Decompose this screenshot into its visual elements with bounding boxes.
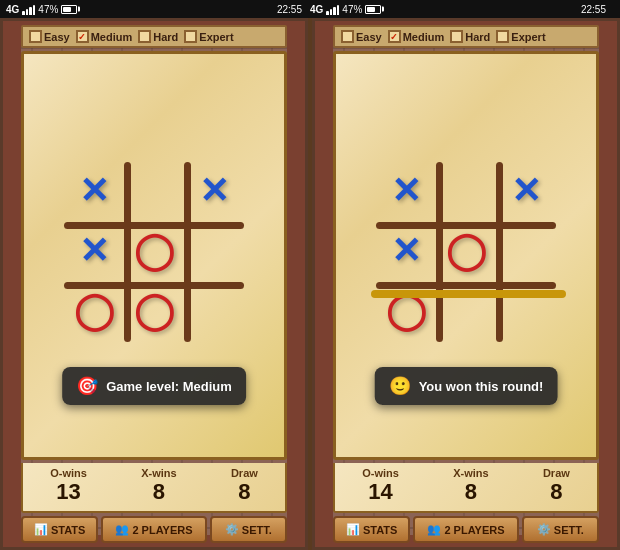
score-o-left: O-wins 13	[50, 467, 87, 505]
settings-button-left[interactable]: ⚙️ SETT.	[210, 516, 287, 543]
right-screen: Easy ✓ Medium Hard Expert	[312, 18, 620, 550]
players-icon-left: 👥	[115, 523, 129, 536]
battery-pct-right: 47%	[342, 4, 362, 15]
diff-medium-right[interactable]: ✓ Medium	[388, 30, 445, 43]
game-popup-left: 🎯 Game level: Medium	[62, 367, 246, 405]
score-o-label-right: O-wins	[362, 467, 399, 479]
cell-2-0-left[interactable]: ◯	[66, 284, 121, 339]
stats-icon-left: 📊	[34, 523, 48, 536]
popup-icon-left: 🎯	[76, 375, 98, 397]
score-draw-right: Draw 8	[543, 467, 570, 505]
diff-easy-left[interactable]: Easy	[29, 30, 70, 43]
stats-icon-right: 📊	[346, 523, 360, 536]
grid-left[interactable]: ✕ ✕ ✕ ◯ ◯ ◯	[64, 162, 244, 342]
cell-0-0-right[interactable]: ✕	[378, 164, 433, 219]
battery-pct-left: 47%	[38, 4, 58, 15]
network-left: 4G	[6, 4, 19, 15]
checkbox-easy-left[interactable]	[29, 30, 42, 43]
players-button-right[interactable]: 👥 2 Players	[413, 516, 518, 543]
score-o-label-left: O-wins	[50, 467, 87, 479]
diff-easy-right[interactable]: Easy	[341, 30, 382, 43]
players-icon-right: 👥	[427, 523, 441, 536]
bottom-buttons-left: 📊 STATS 👥 2 Players ⚙️ SETT.	[21, 516, 287, 543]
score-x-value-right: 8	[465, 479, 477, 505]
battery-left	[61, 5, 77, 14]
diff-hard-right[interactable]: Hard	[450, 30, 490, 43]
checkbox-easy-right[interactable]	[341, 30, 354, 43]
cell-0-2-right[interactable]: ✕	[498, 164, 553, 219]
bottom-buttons-right: 📊 STATS 👥 2 Players ⚙️ SETT.	[333, 516, 599, 543]
game-popup-right: 🙂 You won this round!	[375, 367, 558, 405]
settings-icon-left: ⚙️	[225, 523, 239, 536]
checkbox-expert-left[interactable]	[184, 30, 197, 43]
cell-1-0-left[interactable]: ✕	[66, 224, 121, 279]
score-o-right: O-wins 14	[362, 467, 399, 505]
board-right[interactable]: ✕ ✕ ✕ ◯ ◯ 🙂 You won this round!	[333, 51, 599, 460]
checkbox-expert-right[interactable]	[496, 30, 509, 43]
score-area-left: O-wins 13 X-wins 8 Draw 8	[21, 463, 287, 513]
checkbox-hard-left[interactable]	[138, 30, 151, 43]
signal-right	[326, 3, 339, 15]
win-line-right	[371, 290, 566, 298]
score-x-right: X-wins 8	[453, 467, 488, 505]
popup-text-right: You won this round!	[419, 379, 544, 394]
checkbox-medium-left[interactable]: ✓	[76, 30, 89, 43]
board-left[interactable]: ✕ ✕ ✕ ◯ ◯ ◯ 🎯 Game level: Medium	[21, 51, 287, 460]
difficulty-bar-right: Easy ✓ Medium Hard Expert	[333, 25, 599, 48]
cell-1-0-right[interactable]: ✕	[378, 224, 433, 279]
cell-0-0-left[interactable]: ✕	[66, 164, 121, 219]
diff-hard-left[interactable]: Hard	[138, 30, 178, 43]
score-area-right: O-wins 14 X-wins 8 Draw 8	[333, 463, 599, 513]
time-right: 22:55	[581, 4, 614, 15]
score-x-label-right: X-wins	[453, 467, 488, 479]
diff-medium-left[interactable]: ✓ Medium	[76, 30, 133, 43]
diff-expert-right[interactable]: Expert	[496, 30, 545, 43]
settings-button-right[interactable]: ⚙️ SETT.	[522, 516, 599, 543]
stats-button-left[interactable]: 📊 STATS	[21, 516, 98, 543]
score-x-left: X-wins 8	[141, 467, 176, 505]
cell-0-2-left[interactable]: ✕	[186, 164, 241, 219]
checkbox-hard-right[interactable]	[450, 30, 463, 43]
score-o-value-right: 14	[368, 479, 392, 505]
grid-right[interactable]: ✕ ✕ ✕ ◯ ◯	[376, 162, 556, 342]
score-draw-left: Draw 8	[231, 467, 258, 505]
network-right: 4G	[310, 4, 323, 15]
stats-button-right[interactable]: 📊 STATS	[333, 516, 410, 543]
score-x-label-left: X-wins	[141, 467, 176, 479]
score-draw-value-right: 8	[550, 479, 562, 505]
cell-1-1-left[interactable]: ◯	[126, 224, 181, 279]
score-o-value-left: 13	[56, 479, 80, 505]
score-draw-label-left: Draw	[231, 467, 258, 479]
left-screen: Easy ✓ Medium Hard Expert	[0, 18, 308, 550]
popup-icon-right: 🙂	[389, 375, 411, 397]
checkbox-medium-right[interactable]: ✓	[388, 30, 401, 43]
cell-1-1-right[interactable]: ◯	[438, 224, 493, 279]
players-button-left[interactable]: 👥 2 Players	[101, 516, 206, 543]
diff-expert-left[interactable]: Expert	[184, 30, 233, 43]
signal-left	[22, 3, 35, 15]
battery-right	[365, 5, 381, 14]
difficulty-bar-left: Easy ✓ Medium Hard Expert	[21, 25, 287, 48]
time-left: 22:55	[277, 4, 310, 15]
settings-icon-right: ⚙️	[537, 523, 551, 536]
score-draw-label-right: Draw	[543, 467, 570, 479]
cell-2-1-left[interactable]: ◯	[126, 284, 181, 339]
score-x-value-left: 8	[153, 479, 165, 505]
score-draw-value-left: 8	[238, 479, 250, 505]
popup-text-left: Game level: Medium	[106, 379, 232, 394]
